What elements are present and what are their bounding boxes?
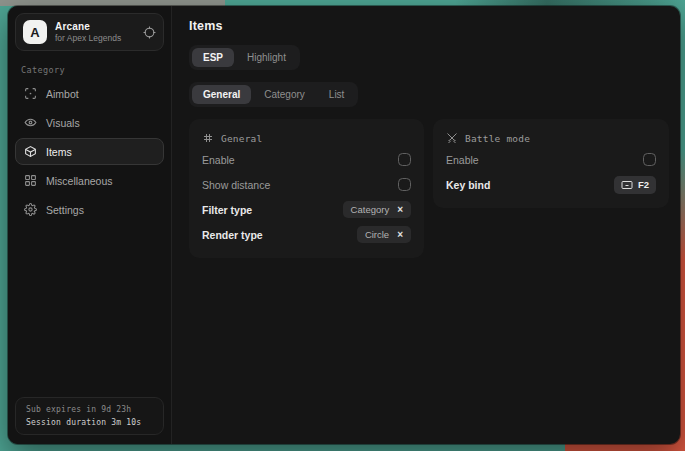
- sidebar: A Arcane for Apex Legends Category: [8, 6, 172, 444]
- general-card: General Enable Show distance Filter type…: [189, 119, 424, 258]
- grid-small-icon: [202, 132, 214, 144]
- battle-card-title: Battle mode: [465, 133, 530, 144]
- sidebar-item-label: Settings: [46, 204, 84, 216]
- setting-row-filter-type: Filter type Category ×: [202, 197, 411, 222]
- filter-type-select[interactable]: Category ×: [343, 201, 411, 218]
- setting-label: Enable: [446, 154, 479, 166]
- eye-icon: [24, 116, 37, 129]
- setting-label: Show distance: [202, 179, 270, 191]
- general-card-header: General: [202, 132, 411, 144]
- tab-esp[interactable]: ESP: [192, 48, 234, 67]
- mode-tabs: ESP Highlight: [189, 45, 300, 70]
- clear-icon[interactable]: ×: [397, 230, 403, 240]
- app-logo-card: A Arcane for Apex Legends: [15, 13, 164, 51]
- tab-category[interactable]: Category: [253, 85, 316, 104]
- sidebar-category-label: Category: [21, 65, 164, 75]
- app-logo: A: [23, 20, 47, 44]
- keyboard-icon: [621, 179, 633, 191]
- page-title: Items: [189, 19, 669, 33]
- battle-mode-card: Battle mode Enable Key bind: [433, 119, 669, 208]
- session-duration-text: Session duration 3m 10s: [26, 418, 153, 427]
- battle-enable-checkbox[interactable]: [643, 153, 656, 166]
- sidebar-item-label: Visuals: [46, 117, 80, 129]
- enable-checkbox[interactable]: [398, 153, 411, 166]
- keybind-button[interactable]: F2: [614, 176, 656, 194]
- render-type-select[interactable]: Circle ×: [357, 226, 411, 243]
- swords-icon: [446, 132, 458, 144]
- settings-cards: General Enable Show distance Filter type…: [189, 119, 669, 258]
- sidebar-item-settings[interactable]: Settings: [15, 196, 164, 223]
- keybind-value: F2: [638, 179, 649, 190]
- crosshair-scan-icon: [24, 87, 37, 100]
- sidebar-item-aimbot[interactable]: Aimbot: [15, 80, 164, 107]
- setting-row-battle-enable: Enable: [446, 147, 656, 172]
- tab-general[interactable]: General: [192, 85, 251, 104]
- package-icon: [24, 145, 37, 158]
- setting-label: Render type: [202, 229, 263, 241]
- sidebar-item-miscellaneous[interactable]: Miscellaneous: [15, 167, 164, 194]
- show-distance-checkbox[interactable]: [398, 178, 411, 191]
- sub-expires-text: Sub expires in 9d 23h: [26, 405, 153, 414]
- tab-highlight[interactable]: Highlight: [236, 48, 297, 67]
- render-type-value: Circle: [365, 229, 389, 240]
- setting-label: Filter type: [202, 204, 252, 216]
- setting-row-show-distance: Show distance: [202, 172, 411, 197]
- setting-label: Enable: [202, 154, 235, 166]
- app-subtitle: for Apex Legends: [55, 33, 121, 43]
- grid-icon: [24, 174, 37, 187]
- battle-card-header: Battle mode: [446, 132, 656, 144]
- setting-row-render-type: Render type Circle ×: [202, 222, 411, 247]
- filter-type-value: Category: [351, 204, 390, 215]
- sidebar-item-label: Aimbot: [46, 88, 79, 100]
- app-title-block: Arcane for Apex Legends: [55, 21, 121, 43]
- clear-icon[interactable]: ×: [397, 205, 403, 215]
- app-window: A Arcane for Apex Legends Category: [8, 6, 680, 444]
- sidebar-item-label: Items: [46, 146, 72, 158]
- target-icon[interactable]: [143, 26, 156, 39]
- gear-icon: [24, 203, 37, 216]
- subscription-info-card: Sub expires in 9d 23h Session duration 3…: [15, 397, 164, 435]
- setting-label: Key bind: [446, 179, 490, 191]
- sidebar-nav: Aimbot Visuals Items: [15, 80, 164, 223]
- sidebar-item-label: Miscellaneous: [46, 175, 113, 187]
- main-content: Items ESP Highlight General Category Lis…: [172, 6, 680, 444]
- setting-row-key-bind: Key bind F2: [446, 172, 656, 197]
- sidebar-item-visuals[interactable]: Visuals: [15, 109, 164, 136]
- general-card-title: General: [221, 133, 262, 144]
- sidebar-item-items[interactable]: Items: [15, 138, 164, 165]
- setting-row-enable: Enable: [202, 147, 411, 172]
- tab-list[interactable]: List: [318, 85, 356, 104]
- view-tabs: General Category List: [189, 82, 358, 107]
- app-title: Arcane: [55, 21, 121, 32]
